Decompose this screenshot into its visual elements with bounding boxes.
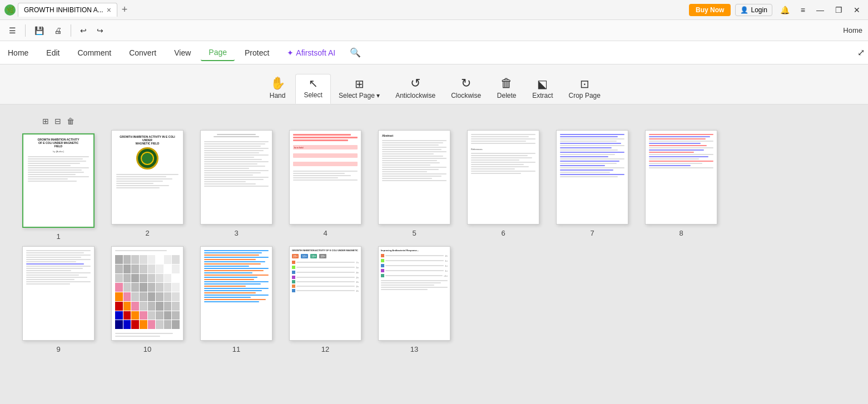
- page-thumbnail-9[interactable]: [22, 246, 95, 341]
- page-number-11: 11: [232, 345, 240, 353]
- close-window-button[interactable]: ✕: [850, 4, 864, 16]
- page-number-12: 12: [321, 345, 329, 353]
- select-tool-button[interactable]: ↖ Select: [295, 74, 331, 104]
- page-toolbar: ✋ Hand ↖ Select ⊞ Select Page ▾ ↺ Anticl…: [0, 64, 868, 104]
- page-thumbnail-1[interactable]: GROWTH INHIBITION ACTIVITYOF E COLI UNDE…: [22, 133, 95, 228]
- page1-delete-icon[interactable]: 🗑: [66, 116, 76, 127]
- extract-icon: ⬕: [537, 78, 548, 89]
- page-item-1[interactable]: ⊞ ⊟ 🗑 GROWTH INHIBITION ACTIVITYOF E COL…: [22, 116, 95, 241]
- crop-page-label: Crop Page: [569, 92, 601, 99]
- close-tab-button[interactable]: ×: [107, 6, 111, 14]
- file-label: Home: [843, 26, 862, 34]
- page-item-5[interactable]: Abstract: [378, 116, 450, 241]
- anticlockwise-button[interactable]: ↺ Anticlockwise: [388, 74, 443, 104]
- page-number-5: 5: [412, 229, 416, 237]
- ai-icon: ✦: [287, 48, 294, 57]
- select-page-button[interactable]: ⊞ Select Page ▾: [331, 75, 388, 104]
- page-item-6[interactable]: References 6: [467, 116, 539, 241]
- page-item-13[interactable]: Improving Antibacterial Response... 2× 1…: [378, 246, 450, 353]
- page-number-10: 10: [143, 345, 151, 353]
- select-page-icon: ⊞: [355, 78, 364, 89]
- page-item-7[interactable]: 7: [556, 116, 628, 241]
- expand-button[interactable]: ⤢: [854, 45, 868, 60]
- hand-label: Hand: [270, 92, 286, 99]
- cursor-icon: ↖: [309, 78, 318, 89]
- page-item-8[interactable]: 8: [645, 116, 717, 241]
- page-thumbnail-2[interactable]: GROWTH INHIBITION ACTIVITY IN E COLI UND…: [111, 130, 183, 225]
- page-thumbnail-7[interactable]: [556, 130, 628, 225]
- delete-icon: 🗑: [500, 77, 513, 89]
- menu-page[interactable]: Page: [201, 44, 235, 61]
- clockwise-button[interactable]: ↻ Clockwise: [443, 74, 489, 104]
- save-button[interactable]: 💾: [31, 24, 47, 37]
- redo-button[interactable]: ↪: [93, 24, 107, 37]
- crop-page-button[interactable]: ⊡ Crop Page: [561, 75, 608, 104]
- menu-protect[interactable]: Protect: [237, 45, 277, 61]
- menu-button[interactable]: ≡: [797, 4, 809, 16]
- page-number-9: 9: [56, 345, 60, 353]
- print-button[interactable]: 🖨: [51, 24, 65, 37]
- page-thumbnail-10[interactable]: [111, 246, 183, 341]
- page-thumbnail-13[interactable]: Improving Antibacterial Response... 2× 1…: [378, 246, 450, 341]
- page-number-7: 7: [590, 229, 594, 237]
- menu-home[interactable]: Home: [0, 45, 36, 61]
- page-thumbnail-4[interactable]: form field: [289, 130, 361, 225]
- page-item-4[interactable]: form field 4: [289, 116, 361, 241]
- page1-fit-icon[interactable]: ⊞: [41, 116, 50, 127]
- separator-2: [71, 24, 71, 37]
- menu-convert[interactable]: Convert: [121, 45, 164, 61]
- page-item-3[interactable]: 3: [200, 116, 272, 241]
- anticlockwise-label: Anticlockwise: [395, 92, 435, 99]
- page-item-9[interactable]: 9: [22, 246, 95, 353]
- page-thumbnail-8[interactable]: [645, 130, 717, 225]
- menu-bar: Home Edit Comment Convert View Page Prot…: [0, 41, 868, 64]
- page-thumbnail-11[interactable]: [200, 246, 272, 341]
- buy-now-button[interactable]: Buy Now: [689, 4, 731, 16]
- extract-button[interactable]: ⬕ Extract: [524, 75, 561, 104]
- menu-comment[interactable]: Comment: [70, 45, 119, 61]
- page1-resize-icon[interactable]: ⊟: [53, 116, 62, 127]
- content-area: ⊞ ⊟ 🗑 GROWTH INHIBITION ACTIVITYOF E COL…: [0, 104, 868, 404]
- separator-1: [25, 24, 26, 37]
- minimize-button[interactable]: —: [813, 4, 827, 16]
- login-button[interactable]: 👤 Login: [735, 4, 772, 16]
- app-icon-leaf: 🌿: [6, 6, 14, 14]
- title-bar: 🌿 GROWTH INHIBITION A... × + Buy Now 👤 L…: [0, 0, 868, 20]
- page-number-8: 8: [679, 229, 683, 237]
- pages-grid-row2: 9: [22, 246, 846, 353]
- undo-button[interactable]: ↩: [77, 24, 90, 37]
- extract-label: Extract: [532, 92, 553, 99]
- toolbar-row: ☰ 💾 🖨 ↩ ↪ Home: [0, 20, 868, 41]
- crop-icon: ⊡: [580, 78, 589, 89]
- menu-edit[interactable]: Edit: [38, 45, 67, 61]
- notification-button[interactable]: 🔔: [777, 4, 793, 16]
- page-number-3: 3: [234, 229, 238, 237]
- page-item-12[interactable]: GROWTH INHIBITION ACTIVITY OF E COLI UND…: [289, 246, 361, 353]
- delete-button[interactable]: 🗑 Delete: [489, 74, 524, 104]
- pages-grid: ⊞ ⊟ 🗑 GROWTH INHIBITION ACTIVITYOF E COL…: [22, 116, 846, 241]
- page-1-tools: ⊞ ⊟ 🗑: [41, 116, 76, 127]
- menu-view[interactable]: View: [166, 45, 199, 61]
- page-item-10[interactable]: 10: [111, 246, 183, 353]
- login-label: Login: [751, 6, 767, 14]
- menu-toggle[interactable]: ☰: [6, 24, 19, 37]
- tab-area: 🌿 GROWTH INHIBITION A... × +: [4, 3, 685, 17]
- page-thumbnail-6[interactable]: References: [467, 130, 539, 225]
- page-thumbnail-5[interactable]: Abstract: [378, 130, 450, 225]
- page-thumbnail-3[interactable]: [200, 130, 272, 225]
- new-tab-button[interactable]: +: [120, 4, 130, 16]
- ai-button[interactable]: ✦ Afirstsoft AI: [279, 45, 343, 61]
- hand-tool-button[interactable]: ✋ Hand: [260, 74, 295, 104]
- page-item-11[interactable]: 11: [200, 246, 272, 353]
- app-logo: 🌿: [4, 4, 16, 16]
- maximize-button[interactable]: ❐: [832, 4, 846, 16]
- tab-title: GROWTH INHIBITION A...: [24, 6, 103, 14]
- select-label: Select: [304, 91, 322, 99]
- search-button[interactable]: 🔍: [345, 45, 365, 60]
- clockwise-label: Clockwise: [451, 92, 481, 99]
- document-tab[interactable]: GROWTH INHIBITION A... ×: [18, 3, 117, 17]
- page-number-6: 6: [501, 229, 505, 237]
- page-thumbnail-12[interactable]: GROWTH INHIBITION ACTIVITY OF E COLI UND…: [289, 246, 361, 341]
- page-item-2[interactable]: GROWTH INHIBITION ACTIVITY IN E COLI UND…: [111, 116, 183, 241]
- page-number-4: 4: [323, 229, 327, 237]
